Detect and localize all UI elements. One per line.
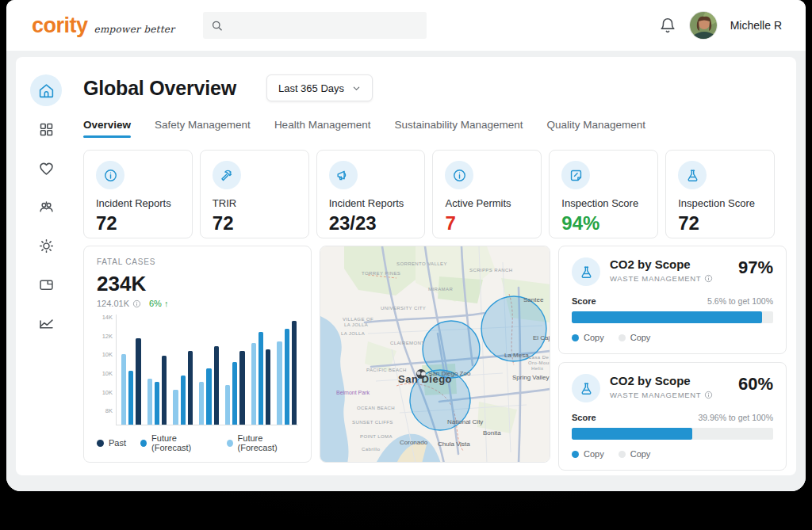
bar[interactable] bbox=[266, 349, 270, 425]
global-search[interactable] bbox=[203, 12, 427, 39]
user-name[interactable]: Michelle R bbox=[730, 19, 782, 32]
bar[interactable] bbox=[206, 368, 211, 425]
search-input[interactable] bbox=[229, 20, 419, 32]
date-range-dropdown[interactable]: Last 365 Days bbox=[266, 74, 373, 101]
map-label: Helix bbox=[531, 366, 543, 371]
bar[interactable] bbox=[277, 341, 282, 425]
bar[interactable] bbox=[147, 379, 152, 425]
tab-health-management[interactable]: Health Management bbox=[274, 119, 371, 138]
map-label: Santee bbox=[523, 296, 544, 303]
sidebar-item-wallet[interactable] bbox=[30, 269, 62, 300]
map-label: POINT LOMA bbox=[360, 434, 393, 439]
people-group-icon bbox=[38, 199, 55, 215]
map-label: TORREY PINES bbox=[362, 271, 400, 276]
legend-item: Copy bbox=[619, 449, 651, 459]
kpi-card-active-permits[interactable]: Active Permits7 bbox=[432, 150, 542, 238]
y-tick: 14K bbox=[97, 315, 113, 321]
kpi-label: TRIR bbox=[213, 197, 297, 209]
bar[interactable] bbox=[239, 351, 244, 425]
bar[interactable] bbox=[225, 385, 230, 425]
y-tick: 12K bbox=[97, 334, 113, 340]
tab-quality-management[interactable]: Quality Management bbox=[547, 119, 646, 138]
legend-item: Copy bbox=[572, 333, 604, 342]
sidebar-item-sun[interactable] bbox=[30, 230, 62, 261]
kpi-value: 23/23 bbox=[329, 212, 413, 234]
co2-card-subtitle: WASTE MANAGEMENT bbox=[610, 391, 729, 399]
page-title: Global Overview bbox=[83, 77, 236, 100]
bar[interactable] bbox=[173, 390, 178, 425]
kpi-value: 94% bbox=[561, 212, 645, 234]
co2-percentage: 60% bbox=[738, 374, 773, 395]
tab-bar: OverviewSafety ManagementHealth Manageme… bbox=[83, 119, 775, 138]
co2-card-subtitle: WASTE MANAGEMENT bbox=[610, 274, 729, 283]
score-target-hint: 39.96% to get 100% bbox=[698, 413, 773, 422]
score-label: Score bbox=[572, 296, 596, 306]
score-progress-fill bbox=[572, 311, 762, 323]
tab-overview[interactable]: Overview bbox=[83, 119, 131, 138]
main-panel: Global Overview Last 365 Days OverviewSa… bbox=[16, 57, 796, 475]
legend-item: Past bbox=[97, 433, 126, 452]
sidebar-item-heart[interactable] bbox=[30, 152, 62, 184]
co2-by-scope-card-2[interactable]: CO2 by Scope WASTE MANAGEMENT 60% Score … bbox=[558, 362, 787, 471]
kpi-label: Incident Reports bbox=[329, 197, 413, 209]
bar[interactable] bbox=[128, 371, 133, 425]
kpi-label: Inspection Score bbox=[561, 197, 645, 209]
kpi-card-trir[interactable]: TRIR72 bbox=[200, 150, 309, 238]
bar-chart-plot bbox=[116, 315, 298, 425]
map-label: San Diego Zoo bbox=[428, 370, 471, 377]
kpi-label: Active Permits bbox=[445, 197, 529, 209]
kpi-card-incident-reports[interactable]: Incident Reports23/23 bbox=[316, 150, 426, 238]
bar[interactable] bbox=[285, 329, 289, 425]
bar[interactable] bbox=[199, 382, 204, 425]
tab-safety-management[interactable]: Safety Management bbox=[155, 119, 251, 138]
map-label: National City bbox=[447, 418, 483, 425]
cority-logo: cority bbox=[32, 13, 88, 38]
map-canvas[interactable]: TORREY PINESSORRENTO VALLEYSCRIPPS RANCH… bbox=[320, 246, 550, 463]
chart-delta: 6% ↑ bbox=[149, 299, 168, 308]
bar[interactable] bbox=[232, 362, 237, 425]
legend-dot bbox=[140, 440, 147, 447]
map-label: LA JOLLA bbox=[341, 331, 365, 336]
chart-headline-value: 234K bbox=[97, 272, 298, 296]
score-target-hint: 5.6% to get 100% bbox=[707, 296, 773, 306]
map-label: VILLAGE OF bbox=[343, 317, 373, 322]
tab-sustainability-management[interactable]: Sustainability Management bbox=[394, 119, 523, 138]
bar[interactable] bbox=[162, 356, 167, 425]
sidebar-item-people-group[interactable] bbox=[30, 191, 62, 223]
bar[interactable] bbox=[214, 346, 219, 425]
bar-group bbox=[277, 315, 297, 425]
kpi-card-inspection-score[interactable]: Inspection Score72 bbox=[665, 150, 775, 238]
bar[interactable] bbox=[292, 321, 297, 425]
bar[interactable] bbox=[181, 376, 186, 425]
info-icon bbox=[132, 299, 141, 308]
notifications-bell-icon[interactable] bbox=[659, 17, 676, 34]
brand: cority empower better bbox=[32, 13, 174, 38]
bar[interactable] bbox=[155, 382, 159, 425]
sidebar-nav bbox=[16, 57, 76, 475]
kpi-card-inspection-score[interactable]: Inspection Score94% bbox=[549, 150, 658, 238]
bar[interactable] bbox=[121, 354, 126, 425]
sidebar-item-apps-grid[interactable] bbox=[30, 113, 62, 145]
co2-by-scope-card-1[interactable]: CO2 by Scope WASTE MANAGEMENT 97% Score … bbox=[558, 246, 787, 354]
y-tick: 10K bbox=[97, 371, 113, 377]
sidebar-item-line-chart[interactable] bbox=[30, 307, 62, 339]
y-tick: 10K bbox=[97, 390, 113, 396]
sidebar-item-home[interactable] bbox=[30, 74, 62, 106]
bar[interactable] bbox=[136, 338, 140, 425]
map-label: Casa De bbox=[528, 355, 549, 360]
bar[interactable] bbox=[188, 351, 193, 425]
legend-dot bbox=[227, 440, 233, 447]
san-diego-map[interactable]: TORREY PINESSORRENTO VALLEYSCRIPPS RANCH… bbox=[320, 246, 550, 463]
sun-icon bbox=[38, 238, 55, 254]
bar[interactable] bbox=[251, 343, 256, 425]
page-background: cority empower better Michelle R bbox=[0, 0, 812, 530]
user-avatar[interactable] bbox=[689, 11, 718, 40]
hammer-icon bbox=[213, 161, 241, 189]
co2-card-title: CO2 by Scope bbox=[610, 374, 729, 387]
top-bar: cority empower better Michelle R bbox=[6, 0, 806, 51]
map-label: CLAIREMONT bbox=[390, 341, 424, 345]
bar[interactable] bbox=[259, 332, 263, 425]
map-label: El Cajon bbox=[533, 334, 550, 341]
kpi-card-incident-reports[interactable]: Incident Reports72 bbox=[83, 150, 193, 238]
info-icon bbox=[704, 391, 713, 399]
